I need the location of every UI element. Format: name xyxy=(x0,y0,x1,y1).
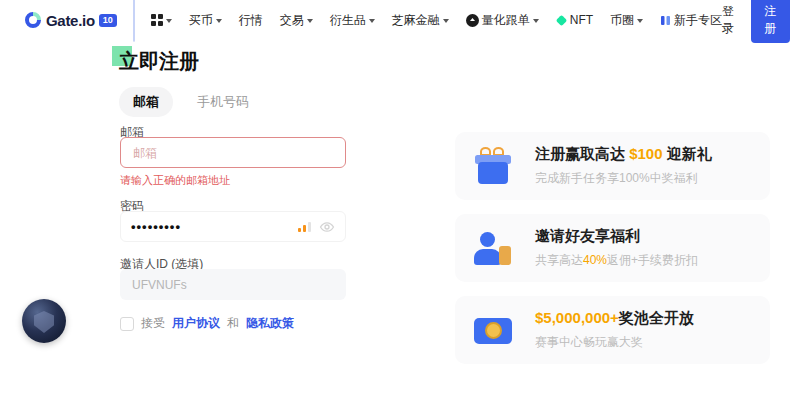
menu-crypto-circle[interactable]: 币圈 xyxy=(610,12,643,29)
toggle-exchange[interactable]: 交易所 xyxy=(134,0,135,41)
agreement-checkbox[interactable] xyxy=(120,317,134,331)
menu-markets[interactable]: 行情 xyxy=(239,12,263,29)
promo-title: $5,000,000+奖池全开放 xyxy=(535,309,694,328)
chevron-down-icon xyxy=(533,19,539,23)
menu-trade[interactable]: 交易 xyxy=(280,12,313,29)
nav-menu: 买币 行情 交易 衍生品 芝麻金融 xyxy=(151,12,722,29)
nft-icon xyxy=(556,15,567,26)
copy-trading-icon xyxy=(466,14,479,27)
chevron-down-icon xyxy=(443,19,449,23)
menu-buy-crypto[interactable]: 买币 xyxy=(189,12,222,29)
menu-derivatives[interactable]: 衍生品 xyxy=(330,12,375,29)
chevron-down-icon xyxy=(637,19,643,23)
password-masked-value: ••••••••• xyxy=(131,219,298,234)
gate-logo[interactable]: Gate.io 10 xyxy=(24,11,117,29)
grid-icon xyxy=(151,14,163,26)
register-tabs: 邮箱 手机号码 xyxy=(119,87,249,117)
promo-title: 邀请好友享福利 xyxy=(535,227,698,246)
gift-icon xyxy=(471,144,515,188)
page-title: 立即注册 xyxy=(119,48,199,75)
promo-card-welcome-gift[interactable]: 注册赢取高达 $100 迎新礼 完成新手任务享100%中奖福利 xyxy=(455,132,770,200)
avatar-emblem xyxy=(34,311,54,333)
promo-subtitle: 完成新手任务享100%中奖福利 xyxy=(535,170,712,187)
chevron-down-icon xyxy=(369,19,375,23)
gate-logo-icon xyxy=(24,11,42,29)
chevron-down-icon xyxy=(307,19,313,23)
register-button[interactable]: 注册 xyxy=(751,0,791,43)
menu-beginner-zone[interactable]: 新手专区 xyxy=(660,12,722,29)
promo-card-prize-pool[interactable]: $5,000,000+奖池全开放 赛事中心畅玩赢大奖 xyxy=(455,296,770,364)
invite-friends-icon xyxy=(471,226,515,270)
chevron-down-icon xyxy=(166,19,172,23)
mode-toggle: 交易所 Web3 xyxy=(133,0,135,42)
register-page: Gate.io 10 交易所 Web3 买币 xyxy=(0,0,800,415)
anniversary-badge: 10 xyxy=(99,14,117,27)
promo-subtitle: 赛事中心畅玩赢大奖 xyxy=(535,334,694,351)
tab-phone[interactable]: 手机号码 xyxy=(197,93,249,111)
menu-finance[interactable]: 芝麻金融 xyxy=(392,12,449,29)
top-nav: Gate.io 10 交易所 Web3 买币 xyxy=(0,0,800,40)
email-error-message: 请输入正确的邮箱地址 xyxy=(120,173,230,188)
menu-nft[interactable]: NFT xyxy=(556,13,593,27)
inviter-id-input[interactable] xyxy=(120,269,346,300)
menu-copy-trading[interactable]: 量化跟单 xyxy=(466,12,539,29)
user-agreement-link[interactable]: 用户协议 xyxy=(172,315,220,332)
menu-apps[interactable] xyxy=(151,14,172,26)
show-password-eye-icon[interactable] xyxy=(319,219,335,235)
tab-email[interactable]: 邮箱 xyxy=(119,87,173,117)
promo-title: 注册赢取高达 $100 迎新礼 xyxy=(535,145,712,164)
support-chat-avatar[interactable] xyxy=(22,299,66,343)
password-strength-icon xyxy=(298,221,311,232)
agreement-and: 和 xyxy=(227,315,239,332)
chevron-down-icon xyxy=(216,19,222,23)
promo-card-invite-friends[interactable]: 邀请好友享福利 共享高达40%返佣+手续费折扣 xyxy=(455,214,770,282)
gate-logo-text: Gate.io xyxy=(46,12,95,29)
prize-pool-icon xyxy=(471,308,515,352)
agreement-row: 接受 用户协议 和 隐私政策 xyxy=(120,315,294,332)
agreement-prefix: 接受 xyxy=(141,315,165,332)
privacy-policy-link[interactable]: 隐私政策 xyxy=(246,315,294,332)
email-input[interactable] xyxy=(120,137,346,168)
beginner-zone-icon xyxy=(660,15,671,26)
login-link[interactable]: 登录 xyxy=(722,3,736,37)
nav-actions: 登录 注册 xyxy=(722,0,800,43)
password-input[interactable]: ••••••••• xyxy=(120,211,346,242)
promo-subtitle: 共享高达40%返佣+手续费折扣 xyxy=(535,252,698,269)
